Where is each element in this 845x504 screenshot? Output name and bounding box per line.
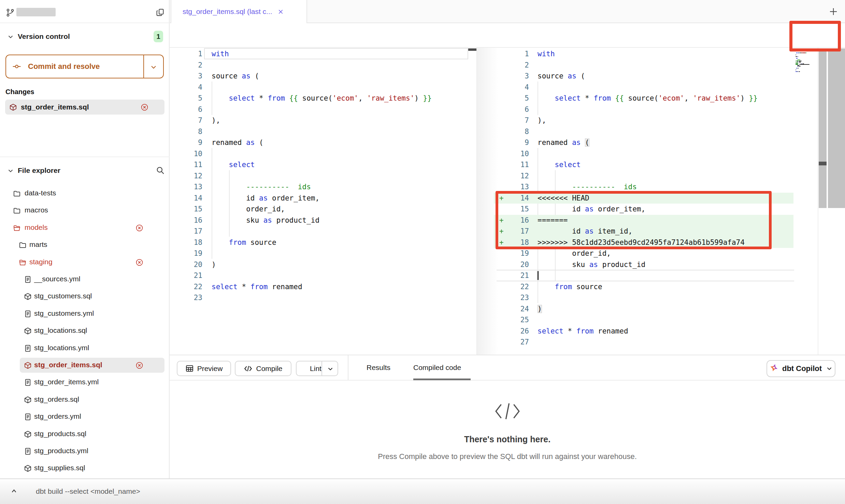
tab-stg-order-items[interactable]: stg_order_items.sql (last c...	[171, 0, 307, 23]
lint-button[interactable]: Lint	[296, 361, 338, 376]
file-row-stg_order_items.yml[interactable]: stg_order_items.yml	[0, 375, 170, 390]
code-line: renamed as (	[538, 137, 589, 148]
file-row-stg_customers.sql[interactable]: stg_customers.sql	[0, 289, 170, 304]
line-number: 17	[178, 226, 202, 237]
tab-title: stg_order_items.sql (last c...	[183, 8, 272, 16]
code-line: ---------- ids	[212, 181, 311, 193]
chevron-down-icon[interactable]	[327, 365, 334, 373]
line-number: 7	[178, 115, 202, 126]
preview-button[interactable]: Preview	[177, 361, 231, 376]
diff-editor: 1with23source as (45 select * from {{ so…	[170, 47, 845, 355]
file-row-stg_products.sql[interactable]: stg_products.sql	[0, 427, 170, 442]
minimap-line	[799, 71, 800, 72]
tab-bar: stg_order_items.sql (last c...	[170, 0, 845, 23]
line-number: 16	[505, 215, 529, 226]
file-row-stg_products.yml[interactable]: stg_products.yml	[0, 444, 170, 459]
file-row-stg_customers.yml[interactable]: stg_customers.yml	[0, 306, 170, 321]
active-line-box	[204, 48, 468, 59]
line-number: 11	[505, 159, 529, 171]
file-row-stg_orders.yml[interactable]: stg_orders.yml	[0, 409, 170, 424]
search-icon[interactable]	[156, 166, 165, 175]
doc-icon	[24, 379, 32, 386]
command-input[interactable]: dbt build --select <model_name>	[36, 487, 140, 495]
tab-results[interactable]: Results	[367, 355, 390, 380]
code-line: select * from {{ source('ecom', 'raw_ite…	[212, 93, 432, 104]
code-line: ),	[538, 115, 546, 126]
minimap-diff-mark	[796, 62, 798, 63]
empty-state-subtitle: Press Compile above to preview the SQL d…	[170, 452, 845, 461]
folder-open-icon	[19, 258, 27, 266]
discard-change-icon[interactable]	[135, 224, 143, 232]
minimap-line	[799, 66, 801, 66]
line-number: 8	[178, 126, 202, 137]
tab-compiled-code[interactable]: Compiled code	[413, 355, 461, 380]
new-tab-plus-icon[interactable]	[828, 6, 839, 17]
code-line: with	[212, 48, 229, 60]
compile-button[interactable]: Compile	[235, 361, 291, 376]
file-row-data-tests[interactable]: data-tests	[0, 186, 170, 201]
editor-header: models / staging / stg_order_items.sql S…	[170, 23, 845, 48]
cube-icon	[24, 327, 32, 335]
code-line: )	[212, 259, 216, 270]
chevron-down-icon[interactable]	[7, 167, 14, 175]
line-number: 23	[178, 292, 202, 303]
changed-file-row[interactable]: stg_order_items.sql	[5, 100, 164, 115]
file-label: stg_locations.yml	[34, 344, 89, 352]
code-line: ),	[212, 115, 220, 126]
minimap-line	[799, 62, 801, 63]
file-row-marts[interactable]: marts	[0, 237, 170, 252]
commit-and-resolve-button[interactable]: Commit and resolve	[5, 55, 164, 78]
chevron-down-icon[interactable]	[149, 63, 158, 71]
diff-add-marker: +	[499, 215, 504, 226]
main-area: stg_order_items.sql (last c... models / …	[170, 0, 845, 504]
file-label: marts	[29, 240, 47, 249]
window-scrollbar[interactable]	[828, 48, 845, 208]
copy-icon[interactable]	[156, 8, 165, 17]
file-row-__sources.yml[interactable]: __sources.yml	[0, 272, 170, 287]
line-number: 4	[178, 82, 202, 93]
cube-icon	[24, 396, 32, 404]
dbt-copilot-icon	[769, 364, 778, 373]
minimap-line	[799, 64, 810, 65]
line-number: 9	[505, 137, 529, 148]
divider	[0, 23, 170, 23]
editor-scrollbar[interactable]	[819, 48, 827, 208]
dbt-copilot-button[interactable]: dbt Copilot	[767, 360, 835, 377]
line-number: 12	[505, 171, 529, 182]
line-number: 3	[178, 71, 202, 82]
discard-change-icon[interactable]	[135, 258, 143, 266]
code-line: id as order_item,	[538, 204, 645, 215]
doc-icon	[24, 310, 32, 318]
line-number: 1	[505, 48, 529, 60]
editor-pane-original[interactable]: 1with23source as (45 select * from {{ so…	[170, 48, 477, 355]
code-line: source as (	[212, 71, 259, 82]
file-row-staging[interactable]: staging	[0, 255, 170, 270]
file-row-stg_supplies.sql[interactable]: stg_supplies.sql	[0, 461, 170, 476]
file-row-stg_order_items.sql[interactable]: stg_order_items.sql	[0, 358, 170, 373]
toolbar-divider	[348, 355, 348, 380]
scrollbar-thumb[interactable]	[468, 48, 477, 51]
commit-icon	[12, 62, 21, 71]
cube-icon	[24, 464, 32, 472]
minimap[interactable]	[795, 48, 818, 355]
line-number: 2	[178, 60, 202, 71]
code-line: sku as product_id	[538, 259, 645, 270]
editor-pane-modified[interactable]: 1with23source as (45 select * from {{ so…	[477, 48, 795, 355]
line-number: 22	[178, 281, 202, 293]
file-explorer-title: File explorer	[18, 166, 60, 175]
file-row-stg_orders.sql[interactable]: stg_orders.sql	[0, 392, 170, 407]
file-label: models	[25, 223, 48, 232]
discard-change-icon[interactable]	[141, 103, 148, 111]
file-row-stg_locations.sql[interactable]: stg_locations.sql	[0, 323, 170, 338]
chevron-down-icon[interactable]	[7, 33, 14, 41]
file-row-macros[interactable]: macros	[0, 203, 170, 218]
model-cube-icon	[9, 103, 17, 111]
file-row-stg_locations.yml[interactable]: stg_locations.yml	[0, 341, 170, 356]
expand-caret-icon[interactable]	[10, 487, 18, 495]
close-icon[interactable]	[277, 8, 284, 15]
file-row-models[interactable]: models	[0, 220, 170, 235]
discard-change-icon[interactable]	[135, 361, 143, 369]
code-line: =======	[538, 215, 568, 226]
git-branch-icon	[6, 8, 15, 17]
minimap-line	[796, 68, 797, 69]
